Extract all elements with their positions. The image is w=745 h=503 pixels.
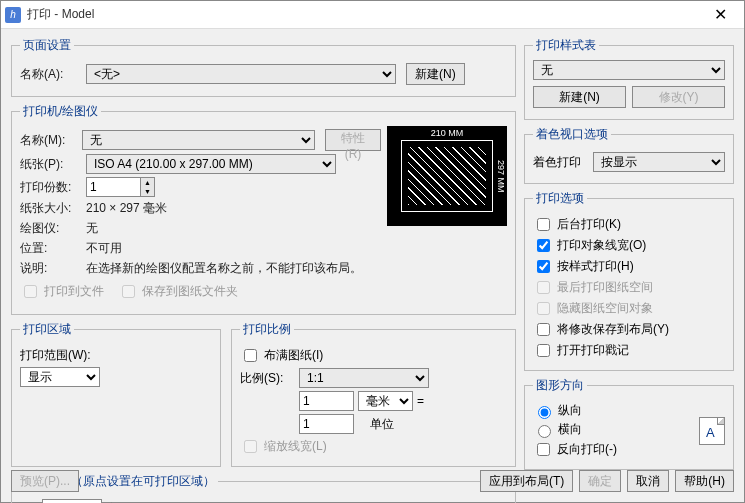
style-select[interactable]: 无 (533, 60, 725, 80)
area-group: 打印区域 打印范围(W): 显示 (11, 321, 221, 467)
orient-legend: 图形方向 (533, 377, 587, 394)
window-title: 打印 - Model (27, 6, 700, 23)
style-legend: 打印样式表 (533, 37, 599, 54)
scale-fit-check[interactable]: 布满图纸(I) (240, 346, 507, 365)
scale-units-label: 单位 (370, 416, 394, 433)
pr-desc-value: 在选择新的绘图仪配置名称之前，不能打印该布局。 (86, 260, 362, 277)
shade-group: 着色视口选项 着色打印 按显示 (524, 126, 734, 184)
pr-plotter-label: 绘图仪: (20, 220, 82, 237)
scale-num2-input[interactable] (299, 414, 354, 434)
opt-hide-paperspace-check: 隐藏图纸空间对象 (533, 299, 725, 318)
pr-plotter-value: 无 (86, 220, 98, 237)
shade-legend: 着色视口选项 (533, 126, 611, 143)
shade-select[interactable]: 按显示 (593, 152, 725, 172)
area-range-select[interactable]: 显示 (20, 367, 100, 387)
page-setup-group: 页面设置 名称(A): <无> 新建(N) (11, 37, 516, 97)
help-button[interactable]: 帮助(H) (675, 470, 734, 492)
scale-ratio-label: 比例(S): (240, 370, 295, 387)
ok-button: 确定 (579, 470, 621, 492)
pr-location-label: 位置: (20, 240, 82, 257)
orient-landscape-radio[interactable]: 横向 (533, 421, 617, 438)
cancel-button[interactable]: 取消 (627, 470, 669, 492)
pr-properties-button: 特性(R) (325, 129, 381, 151)
ps-name-select[interactable]: <无> (86, 64, 396, 84)
preview-dim-top: 210 MM (401, 128, 493, 138)
close-button[interactable]: ✕ (700, 3, 740, 27)
apply-button[interactable]: 应用到布局(T) (480, 470, 573, 492)
area-range-label: 打印范围(W): (20, 347, 91, 364)
pr-location-value: 不可用 (86, 240, 122, 257)
pr-size-value: 210 × 297 毫米 (86, 200, 167, 217)
opt-background-check[interactable]: 后台打印(K) (533, 215, 725, 234)
spin-up-icon[interactable]: ▲ (141, 178, 154, 187)
pr-copies-input[interactable] (86, 177, 141, 197)
orientation-icon: A (699, 417, 725, 445)
spin-down-icon[interactable]: ▼ (141, 187, 154, 196)
pr-name-label: 名称(M): (20, 132, 78, 149)
pr-copies-label: 打印份数: (20, 179, 82, 196)
opt-lineweight-check[interactable]: 打印对象线宽(O) (533, 236, 725, 255)
page-setup-legend: 页面设置 (20, 37, 74, 54)
app-icon: h (5, 7, 21, 23)
pr-savedwg-check: 保存到图纸文件夹 (118, 282, 238, 301)
opt-stamp-check[interactable]: 打开打印戳记 (533, 341, 725, 360)
scale-lw-check: 缩放线宽(L) (240, 437, 507, 456)
preview-dim-right: 297 MM (496, 140, 506, 212)
pr-paper-label: 纸张(P): (20, 156, 82, 173)
opt-bystyle-check[interactable]: 按样式打印(H) (533, 257, 725, 276)
opt-save-layout-check[interactable]: 将修改保存到布局(Y) (533, 320, 725, 339)
style-group: 打印样式表 无 新建(N) 修改(Y) (524, 37, 734, 120)
scale-legend: 打印比例 (240, 321, 294, 338)
pr-size-label: 纸张大小: (20, 200, 82, 217)
offset-x-input[interactable] (42, 499, 102, 503)
pr-name-select[interactable]: 无 (82, 130, 315, 150)
pr-copies-spinner[interactable]: ▲▼ (86, 177, 155, 197)
paper-preview: 210 MM 297 MM (387, 126, 507, 226)
options-legend: 打印选项 (533, 190, 587, 207)
opt-paperspace-last-check: 最后打印图纸空间 (533, 278, 725, 297)
ps-new-button[interactable]: 新建(N) (406, 63, 465, 85)
ps-name-label: 名称(A): (20, 66, 82, 83)
style-edit-button: 修改(Y) (632, 86, 725, 108)
pr-tofile-check: 打印到文件 (20, 282, 104, 301)
preview-button: 预览(P)... (11, 470, 79, 492)
shade-label: 着色打印 (533, 154, 589, 171)
scale-num1-input[interactable] (299, 391, 354, 411)
pr-desc-label: 说明: (20, 260, 82, 277)
pr-paper-select[interactable]: ISO A4 (210.00 x 297.00 MM) (86, 154, 336, 174)
scale-group: 打印比例 布满图纸(I) 比例(S): 1:1 毫米 = (231, 321, 516, 467)
orient-reverse-check[interactable]: 反向打印(-) (533, 440, 617, 459)
scale-eq: = (417, 394, 424, 408)
scale-unit-select[interactable]: 毫米 (358, 391, 413, 411)
scale-ratio-select[interactable]: 1:1 (299, 368, 429, 388)
orient-group: 图形方向 纵向 横向 反向打印(-) A (524, 377, 734, 470)
printer-legend: 打印机/绘图仪 (20, 103, 101, 120)
options-group: 打印选项 后台打印(K) 打印对象线宽(O) 按样式打印(H) 最后打印图纸空间… (524, 190, 734, 371)
printer-group: 打印机/绘图仪 名称(M): 无 特性(R) 纸张(P): ISO A4 (21… (11, 103, 516, 315)
style-new-button[interactable]: 新建(N) (533, 86, 626, 108)
area-legend: 打印区域 (20, 321, 74, 338)
orient-portrait-radio[interactable]: 纵向 (533, 402, 617, 419)
